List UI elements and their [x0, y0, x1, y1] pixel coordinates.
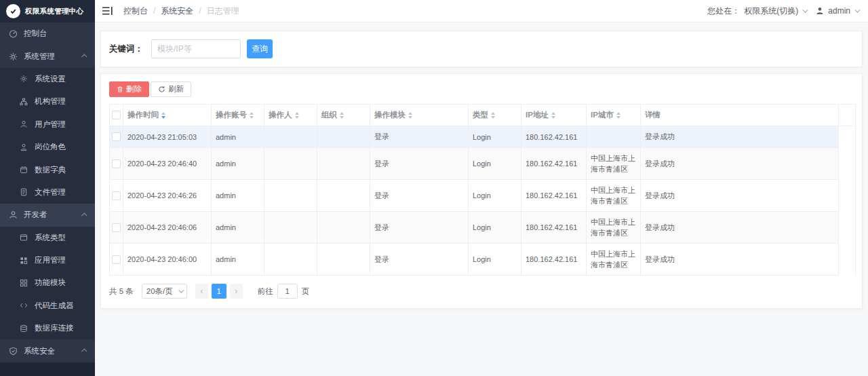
- column-header-module[interactable]: 操作模块: [370, 105, 469, 126]
- sort-icon[interactable]: [340, 112, 344, 119]
- main-area: 控制台 / 系统安全 / 日志管理 您处在： 权限系统(切换) admin 关键…: [95, 0, 868, 376]
- breadcrumb-separator: /: [199, 6, 201, 16]
- modules-icon: [19, 279, 28, 287]
- column-header-account[interactable]: 操作账号: [212, 105, 264, 126]
- sort-icon[interactable]: [551, 112, 555, 119]
- column-header-org[interactable]: 组织: [317, 105, 370, 126]
- apps-icon: [19, 257, 28, 265]
- breadcrumb-console[interactable]: 控制台: [123, 5, 148, 17]
- table-row[interactable]: 2020-04-23 20:46:40 admin 登录 Login 180.1…: [110, 148, 856, 180]
- chevron-up-icon: [81, 54, 87, 60]
- column-header-type[interactable]: 类型: [469, 105, 521, 126]
- sidebar-item-console[interactable]: 控制台: [0, 22, 95, 45]
- table-row[interactable]: 2020-04-23 20:46:00 admin 登录 Login 180.1…: [110, 244, 856, 276]
- developer-icon: [8, 210, 18, 219]
- sidebar-item-system-management[interactable]: 系统管理: [0, 45, 95, 67]
- page-number-active[interactable]: 1: [212, 284, 226, 299]
- query-button[interactable]: 查询: [247, 39, 273, 58]
- sidebar-item-users[interactable]: 用户管理: [0, 113, 95, 136]
- logo-icon: [6, 4, 20, 18]
- chevron-up-icon: [81, 349, 87, 354]
- keyword-input[interactable]: [151, 39, 241, 58]
- column-header-ip-city[interactable]: IP城市: [587, 105, 641, 126]
- content: 关键词： 查询 删除 刷: [95, 22, 868, 309]
- delete-button[interactable]: 删除: [109, 81, 149, 97]
- table-row[interactable]: 2020-04-23 21:05:03 admin 登录 Login 180.1…: [110, 126, 856, 148]
- sidebar-item-app-management[interactable]: 应用管理: [0, 249, 95, 271]
- breadcrumb-system-security[interactable]: 系统安全: [161, 5, 193, 17]
- chevron-down-icon[interactable]: [802, 7, 808, 12]
- search-panel: 关键词： 查询: [100, 31, 863, 67]
- dict-icon: [19, 166, 28, 174]
- sidebar-item-data-dictionary[interactable]: 数据字典: [0, 158, 95, 181]
- log-table-panel: 删除 刷新 操: [100, 73, 863, 309]
- sort-icon[interactable]: [295, 112, 299, 119]
- goto-label: 前往: [258, 286, 273, 297]
- select-all-checkbox[interactable]: [112, 111, 121, 119]
- sidebar-item-database-connection[interactable]: 数据库连接: [0, 317, 95, 339]
- log-table: 操作时间 操作账号 操作人 组织 操作模块 类型 IP地址 IP城市 详情: [109, 104, 856, 276]
- row-checkbox[interactable]: [112, 255, 121, 264]
- sidebar-item-function-modules[interactable]: 功能模块: [0, 271, 95, 294]
- sort-icon[interactable]: [408, 112, 412, 119]
- sidebar-active-item-partial: [0, 362, 95, 376]
- topbar-right: 您处在： 权限系统(切换) admin: [707, 5, 859, 17]
- next-page-button[interactable]: ›: [230, 284, 243, 299]
- trash-icon: [117, 86, 123, 93]
- refresh-icon: [158, 86, 165, 93]
- column-header-detail: 详情: [641, 105, 839, 126]
- settings-icon: [19, 75, 28, 83]
- sidebar-item-system-settings[interactable]: 系统设置: [0, 68, 95, 90]
- table-row[interactable]: 2020-04-23 20:46:06 admin 登录 Login 180.1…: [110, 212, 856, 244]
- sidebar-item-file-management[interactable]: 文件管理: [0, 181, 95, 204]
- sort-icon[interactable]: [161, 112, 165, 119]
- breadcrumb-separator: /: [153, 6, 155, 16]
- page-unit-label: 页: [302, 286, 310, 297]
- breadcrumb: 控制台 / 系统安全 / 日志管理: [123, 5, 239, 17]
- row-checkbox[interactable]: [112, 223, 121, 232]
- column-header-ip[interactable]: IP地址: [521, 105, 587, 126]
- app-title: 权限系统管理中心: [25, 7, 83, 16]
- page-size-select[interactable]: 20条/页: [142, 284, 187, 299]
- sort-icon[interactable]: [250, 112, 254, 119]
- refresh-button[interactable]: 刷新: [151, 81, 191, 97]
- system-switcher[interactable]: 权限系统(切换): [744, 5, 798, 17]
- sidebar-item-developer[interactable]: 开发者: [0, 204, 95, 226]
- org-icon: [19, 98, 28, 106]
- location-label: 您处在：: [707, 5, 740, 17]
- window-icon: [19, 233, 28, 242]
- chevron-down-icon[interactable]: [854, 7, 860, 12]
- user-icon: [19, 120, 28, 128]
- column-header-operator[interactable]: 操作人: [264, 105, 317, 126]
- sidebar-item-organization[interactable]: 机构管理: [0, 90, 95, 113]
- table-gutter: [839, 105, 856, 126]
- sidebar-item-system-security[interactable]: 系统安全: [0, 339, 95, 362]
- prev-page-button[interactable]: ‹: [195, 284, 208, 299]
- sidebar-item-system-type[interactable]: 系统类型: [0, 227, 95, 249]
- sidebar-item-code-generator[interactable]: 代码生成器: [0, 295, 95, 317]
- collapse-menu-icon[interactable]: [99, 3, 115, 19]
- goto-page-input[interactable]: [277, 284, 298, 299]
- row-checkbox[interactable]: [112, 191, 121, 200]
- sort-icon[interactable]: [616, 112, 620, 119]
- row-checkbox[interactable]: [112, 132, 121, 141]
- code-icon: [19, 301, 28, 309]
- column-header-time[interactable]: 操作时间: [123, 105, 212, 126]
- username[interactable]: admin: [828, 6, 850, 16]
- keyword-label: 关键词：: [109, 43, 143, 55]
- dashboard-icon: [8, 29, 18, 38]
- sidebar-item-roles[interactable]: 岗位角色: [0, 136, 95, 158]
- database-icon: [19, 324, 28, 333]
- sidebar: 权限系统管理中心 控制台 系统管理 系统设置 机构管理: [0, 0, 95, 376]
- sort-icon[interactable]: [491, 112, 495, 119]
- app-root: 权限系统管理中心 控制台 系统管理 系统设置 机构管理: [0, 0, 868, 376]
- goto-page: 前往 页: [258, 284, 310, 299]
- breadcrumb-log-management: 日志管理: [207, 5, 239, 17]
- table-row[interactable]: 2020-04-23 20:46:26 admin 登录 Login 180.1…: [110, 180, 856, 212]
- file-icon: [19, 188, 28, 196]
- gear-icon: [8, 52, 18, 61]
- role-icon: [19, 143, 28, 151]
- app-logo: 权限系统管理中心: [0, 0, 95, 22]
- pagination: 共 5 条 20条/页 ‹ 1 › 前往 页: [109, 284, 854, 299]
- row-checkbox[interactable]: [112, 159, 121, 168]
